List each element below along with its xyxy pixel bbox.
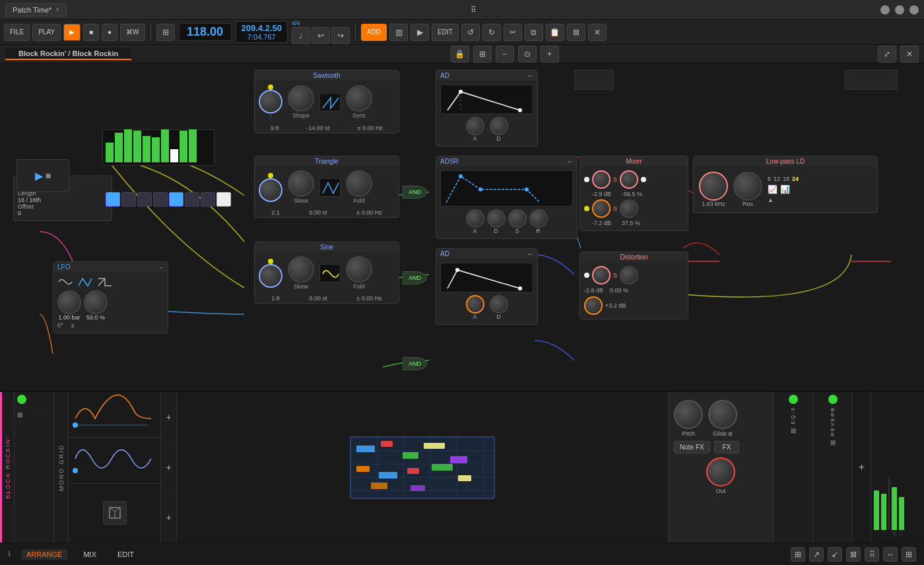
lfo-wave-select[interactable] bbox=[57, 276, 164, 288]
port-mix-out1[interactable] bbox=[641, 177, 646, 182]
reverb-grid[interactable]: ⊞ bbox=[830, 439, 836, 446]
note-fx-button[interactable]: Note FX bbox=[674, 441, 710, 453]
knob-sine-fold[interactable] bbox=[346, 256, 372, 282]
mix-tab[interactable]: MIX bbox=[78, 549, 102, 560]
note-grid-display[interactable] bbox=[350, 436, 495, 499]
knob-mix-2[interactable] bbox=[620, 199, 638, 218]
knob-dist-1[interactable] bbox=[620, 266, 638, 284]
minimize-btn[interactable] bbox=[880, 5, 890, 15]
cursor-btn[interactable]: ▶ bbox=[411, 24, 429, 41]
knob-dist-s[interactable] bbox=[592, 266, 610, 284]
port-sawtooth-in[interactable] bbox=[268, 84, 273, 90]
knob-sawtooth-sync[interactable] bbox=[346, 85, 372, 112]
knob-adsr-r[interactable] bbox=[529, 209, 548, 228]
lfo-saw-wave-icon[interactable] bbox=[97, 276, 113, 288]
step-6[interactable] bbox=[185, 192, 199, 207]
arrange-tab[interactable]: ARRANGE bbox=[21, 549, 67, 560]
out-knob[interactable] bbox=[706, 457, 735, 486]
patch-tab[interactable]: Patch Time* × bbox=[5, 3, 67, 17]
lp-6[interactable]: 6 bbox=[768, 176, 771, 182]
patch-close-btn[interactable]: ✕ bbox=[900, 46, 919, 63]
maximize-btn[interactable] bbox=[895, 5, 904, 15]
status-icon-1[interactable]: ⊞ bbox=[791, 547, 805, 562]
knob-tri-skew[interactable] bbox=[288, 170, 314, 197]
add-button[interactable]: ADD bbox=[361, 24, 387, 41]
grid-icon-1[interactable]: ⊞ bbox=[17, 411, 51, 418]
step-8[interactable] bbox=[216, 192, 231, 207]
knob-tri-fold[interactable] bbox=[346, 170, 372, 197]
tab-close[interactable]: × bbox=[55, 6, 59, 13]
play-area[interactable]: ▶ ■ bbox=[16, 159, 69, 192]
status-icon-7[interactable]: ⊞ bbox=[902, 547, 916, 562]
add-btn-3[interactable]: + bbox=[161, 493, 176, 543]
status-icon-4[interactable]: ⊠ bbox=[846, 547, 861, 562]
port-dist-in[interactable] bbox=[584, 273, 589, 278]
minus-btn[interactable]: − bbox=[496, 46, 514, 63]
metronome-btn[interactable]: ♩ bbox=[292, 27, 310, 44]
arrow-icon[interactable]: ↔ bbox=[898, 531, 904, 537]
knob-mix-1[interactable] bbox=[620, 170, 638, 189]
add-right-btn[interactable]: + bbox=[853, 392, 871, 543]
port-mix-in2[interactable] bbox=[584, 206, 589, 211]
knob-lfo-amount[interactable] bbox=[84, 290, 108, 314]
dots-icon[interactable]: ⠿ bbox=[892, 531, 896, 537]
knob-mix-s2[interactable] bbox=[592, 199, 610, 218]
edit-tab[interactable]: EDIT bbox=[112, 549, 139, 560]
knob-dist-gain[interactable] bbox=[584, 296, 603, 315]
clear-btn[interactable]: ✕ bbox=[588, 24, 607, 41]
knob-ad2-d[interactable] bbox=[490, 295, 508, 314]
close-win-btn[interactable] bbox=[909, 5, 919, 15]
knob-mix-s1[interactable] bbox=[592, 170, 610, 189]
plus-3[interactable]: + bbox=[166, 513, 171, 522]
lp-24[interactable]: 24 bbox=[792, 176, 799, 182]
nudge-left-btn[interactable]: ↩ bbox=[312, 27, 330, 44]
bpm-display[interactable]: 118.00 bbox=[179, 23, 232, 41]
copy-btn[interactable]: ⧉ bbox=[525, 24, 543, 41]
step-3[interactable] bbox=[137, 192, 152, 207]
lfo-sine-wave-icon[interactable] bbox=[57, 276, 73, 288]
eq5-power[interactable] bbox=[789, 395, 798, 404]
knob-ad1-d[interactable] bbox=[490, 117, 508, 135]
expand-btn[interactable]: ⤢ bbox=[878, 46, 896, 63]
knob-sine-pitch[interactable] bbox=[259, 264, 282, 288]
power-on-1[interactable] bbox=[17, 395, 26, 404]
step-1[interactable] bbox=[106, 192, 120, 207]
knob-sine-skew[interactable] bbox=[288, 256, 314, 282]
plus-1[interactable]: + bbox=[166, 413, 171, 422]
plus-right[interactable]: + bbox=[859, 461, 865, 473]
stop-icon[interactable]: ■ bbox=[46, 170, 51, 181]
lp-18[interactable]: 18 bbox=[783, 176, 789, 182]
fx-button[interactable]: FX bbox=[714, 441, 740, 453]
lp-12[interactable]: 12 bbox=[774, 176, 780, 182]
pitch-knob[interactable] bbox=[674, 400, 703, 429]
port-mix-in1[interactable] bbox=[584, 177, 589, 182]
status-icon-6[interactable]: ↔ bbox=[883, 547, 898, 562]
status-icon-3[interactable]: ↙ bbox=[828, 547, 842, 562]
delete-btn[interactable]: ⊠ bbox=[567, 24, 585, 41]
lock-btn[interactable]: 🔒 bbox=[451, 46, 469, 63]
zoom-fit-btn[interactable]: ⊙ bbox=[518, 46, 537, 63]
knob-adsr-s[interactable] bbox=[508, 209, 527, 228]
plugin-icon-1[interactable] bbox=[103, 501, 127, 525]
plus-btn[interactable]: + bbox=[541, 46, 559, 63]
glide-knob[interactable] bbox=[708, 400, 737, 429]
grid-view-btn[interactable]: ⊞ bbox=[156, 24, 175, 41]
redo-btn[interactable]: ↻ bbox=[482, 24, 501, 41]
paste-btn[interactable]: 📋 bbox=[546, 24, 564, 41]
lp-chart-icon[interactable]: 📈 bbox=[768, 185, 777, 194]
loop-button[interactable]: ⌘W bbox=[120, 24, 145, 41]
knob-lfo-rate[interactable] bbox=[57, 290, 81, 314]
play-icon[interactable]: ▶ bbox=[35, 170, 43, 182]
knob-lowpass-res[interactable] bbox=[733, 172, 762, 201]
knob-sawtooth-pitch[interactable] bbox=[259, 90, 282, 114]
knob-tri-pitch[interactable] bbox=[259, 178, 282, 202]
add-btn-1[interactable]: + bbox=[161, 392, 176, 442]
edit-button[interactable]: EDIT bbox=[432, 24, 459, 41]
file-button[interactable]: FILE bbox=[4, 24, 30, 41]
play-button[interactable]: ▶ bbox=[63, 24, 81, 41]
step-5[interactable] bbox=[169, 192, 183, 207]
knob-sawtooth-shape[interactable] bbox=[288, 85, 314, 112]
knob-ad2-a[interactable] bbox=[466, 295, 484, 314]
knob-lowpass-freq[interactable] bbox=[699, 172, 728, 201]
knob-adsr-a[interactable] bbox=[466, 209, 484, 228]
